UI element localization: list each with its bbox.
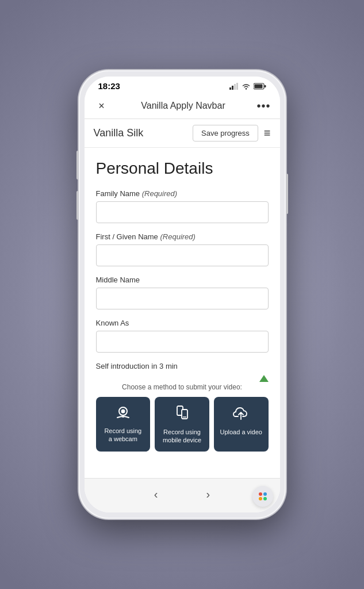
hamburger-menu-button[interactable]: ≡	[264, 127, 271, 140]
svg-rect-1	[232, 86, 233, 90]
webcam-icon	[114, 405, 132, 422]
first-name-required: (Required)	[160, 232, 195, 241]
signal-icon	[229, 83, 239, 90]
battery-icon	[254, 83, 266, 90]
navbar-title: Vanilla Apply Navbar	[141, 101, 225, 111]
svg-rect-3	[236, 83, 238, 90]
back-button[interactable]: ‹	[147, 485, 165, 503]
svg-rect-7	[264, 85, 266, 87]
first-name-label: First / Given Name (Required)	[96, 232, 269, 241]
choose-method-label: Choose a method to submit your video:	[96, 383, 269, 391]
green-triangle-indicator	[259, 375, 269, 382]
help-icon	[259, 492, 267, 500]
middle-name-group: Middle Name	[96, 276, 269, 309]
family-name-input[interactable]	[96, 201, 269, 223]
known-as-group: Known As	[96, 319, 269, 353]
upload-video-button[interactable]: Upload a video	[214, 397, 269, 452]
status-icons	[229, 83, 266, 90]
content-area: Personal Details Family Name (Required) …	[85, 148, 280, 478]
page-title: Personal Details	[96, 159, 269, 178]
phone-screen: 18:23	[85, 77, 280, 512]
first-name-group: First / Given Name (Required)	[96, 232, 269, 266]
mobile-card-label: Record using mobile device	[159, 428, 205, 445]
app-header: Vanilla Silk Save progress ≡	[85, 119, 280, 148]
known-as-input[interactable]	[96, 331, 269, 353]
dot-4	[263, 497, 267, 500]
upload-icon	[232, 405, 250, 423]
bottom-navigation: ‹ ›	[85, 478, 280, 512]
svg-rect-6	[254, 84, 262, 88]
status-time: 18:23	[98, 81, 120, 91]
svg-point-9	[121, 410, 125, 414]
indicator-row	[96, 375, 269, 382]
brand-name: Vanilla Silk	[94, 127, 144, 139]
status-bar: 18:23	[85, 77, 280, 93]
self-intro-label: Self introduction in 3 min	[96, 362, 269, 370]
help-button[interactable]	[252, 486, 273, 507]
save-progress-button[interactable]: Save progress	[193, 125, 258, 141]
middle-name-input[interactable]	[96, 288, 269, 309]
more-options-button[interactable]: •••	[256, 100, 270, 113]
svg-rect-0	[229, 87, 231, 90]
self-intro-section: Self introduction in 3 min Choose a meth…	[96, 362, 269, 452]
mobile-record-button[interactable]: Record using mobile device	[155, 397, 209, 452]
dot-2	[263, 492, 267, 496]
webcam-card-label: Record usinga webcam	[104, 427, 141, 443]
middle-name-label: Middle Name	[96, 276, 269, 284]
video-methods-container: Record usinga webcam Record using mobile…	[96, 397, 269, 452]
wifi-icon	[242, 83, 251, 90]
first-name-input[interactable]	[96, 244, 269, 266]
family-name-label: Family Name (Required)	[96, 189, 269, 198]
phone-device: 18:23	[79, 70, 286, 519]
upload-card-label: Upload a video	[220, 428, 262, 436]
dot-1	[259, 492, 262, 496]
family-name-required: (Required)	[142, 189, 177, 198]
close-button[interactable]: ×	[94, 98, 110, 114]
dot-3	[259, 497, 262, 500]
family-name-group: Family Name (Required)	[96, 189, 269, 223]
mobile-icon	[174, 405, 191, 423]
forward-button[interactable]: ›	[200, 485, 217, 503]
svg-point-4	[245, 88, 246, 89]
webcam-record-button[interactable]: Record usinga webcam	[96, 397, 151, 452]
svg-rect-2	[234, 84, 236, 90]
known-as-label: Known As	[96, 319, 269, 327]
header-actions: Save progress ≡	[193, 125, 271, 141]
navbar: × Vanilla Apply Navbar •••	[85, 93, 280, 119]
